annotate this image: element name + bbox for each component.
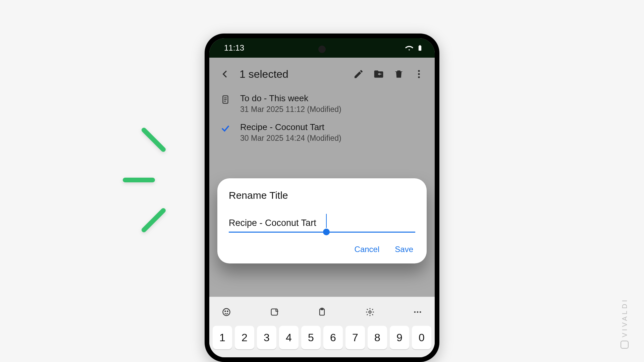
note-icon [218, 93, 233, 105]
key-digit[interactable]: 9 [390, 326, 409, 349]
rename-input[interactable] [229, 217, 415, 233]
clipboard-icon[interactable] [316, 306, 328, 318]
move-folder-icon[interactable] [372, 67, 386, 81]
selection-count: 1 selected [238, 68, 345, 80]
note-title: Recipe - Coconut Tart [240, 122, 341, 132]
wifi-icon [405, 44, 413, 52]
note-meta: 30 Mar 2025 14:24 (Modified) [240, 134, 341, 143]
svg-point-14 [414, 311, 416, 313]
cancel-button[interactable]: Cancel [355, 245, 380, 254]
svg-point-7 [223, 309, 230, 316]
phone-frame: 11:13 1 selected [205, 34, 439, 362]
note-title: To do - This week [240, 93, 341, 104]
notes-list: To do - This week 31 Mar 2025 11:12 (Mod… [209, 89, 435, 147]
key-digit[interactable]: 5 [301, 326, 321, 349]
keyboard-digit-row: 1 2 3 4 5 6 7 8 9 0 [209, 326, 435, 357]
list-item[interactable]: Recipe - Coconut Tart 30 Mar 2025 14:24 … [213, 118, 431, 147]
battery-icon [417, 44, 423, 52]
svg-point-9 [227, 311, 228, 312]
rename-dialog: Rename Title Cancel Save [217, 178, 427, 263]
svg-point-1 [418, 73, 420, 75]
key-digit[interactable]: 4 [279, 326, 299, 349]
text-caret-icon [326, 214, 327, 228]
overflow-icon[interactable] [412, 67, 426, 81]
key-digit[interactable]: 0 [412, 326, 431, 349]
svg-point-2 [418, 76, 420, 78]
more-icon[interactable] [412, 306, 423, 318]
keyboard-toolbar [209, 297, 435, 326]
svg-point-13 [369, 311, 371, 313]
status-time: 11:13 [224, 43, 244, 53]
soft-keyboard[interactable]: 1 2 3 4 5 6 7 8 9 0 [209, 297, 435, 357]
dialog-title: Rename Title [229, 190, 415, 201]
svg-point-0 [418, 70, 420, 72]
emoji-icon[interactable] [221, 306, 232, 318]
svg-rect-10 [271, 309, 277, 315]
settings-icon[interactable] [364, 306, 376, 318]
key-digit[interactable]: 8 [368, 326, 387, 349]
selection-toolbar: 1 selected [209, 58, 435, 89]
key-digit[interactable]: 1 [213, 326, 232, 349]
key-digit[interactable]: 2 [235, 326, 254, 349]
svg-point-8 [225, 311, 225, 312]
back-icon[interactable] [218, 67, 232, 81]
key-digit[interactable]: 3 [257, 326, 276, 349]
svg-point-16 [420, 311, 421, 313]
svg-point-15 [417, 311, 419, 313]
key-digit[interactable]: 7 [345, 326, 365, 349]
key-digit[interactable]: 6 [323, 326, 343, 349]
selected-check-icon [218, 122, 233, 133]
edit-icon[interactable] [352, 67, 366, 81]
list-item[interactable]: To do - This week 31 Mar 2025 11:12 (Mod… [213, 89, 431, 118]
phone-screen: 11:13 1 selected [209, 38, 435, 357]
save-button[interactable]: Save [395, 245, 413, 254]
front-camera [318, 46, 326, 53]
delete-icon[interactable] [392, 67, 406, 81]
note-meta: 31 Mar 2025 11:12 (Modified) [240, 105, 341, 114]
brand-watermark: VIVALDI [621, 298, 629, 349]
sticker-icon[interactable] [269, 306, 280, 318]
